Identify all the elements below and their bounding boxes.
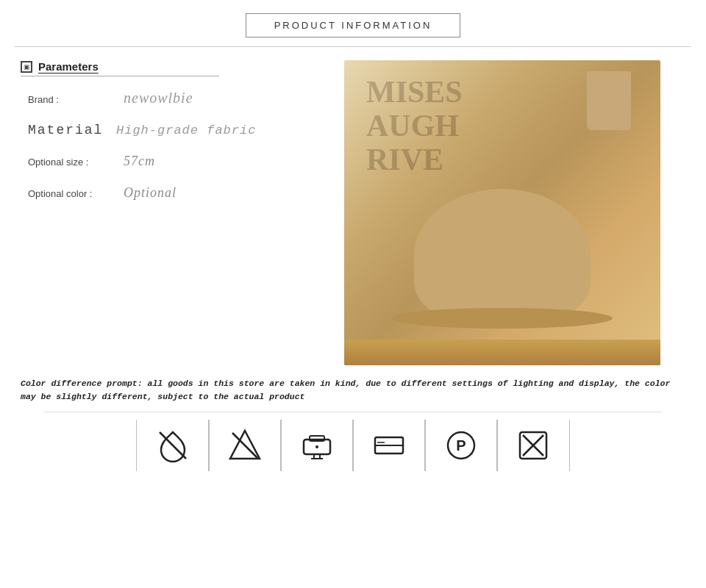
material-value: High-grade fabric <box>116 123 256 137</box>
care-no-tumble <box>496 420 570 471</box>
color-label: Optional color : <box>28 188 124 199</box>
size-row: Optional size : 57cm <box>21 154 329 169</box>
care-flat-dry <box>352 420 426 471</box>
right-panel: MISESAUGHRIVE <box>344 60 685 365</box>
color-row: Optional color : Optional <box>21 185 329 201</box>
size-label: Optional size : <box>28 157 124 168</box>
color-value: Optional <box>124 185 176 201</box>
hat-shape <box>414 189 591 321</box>
svg-point-8 <box>315 445 318 448</box>
header: PRODUCT INFORMATION <box>0 0 706 46</box>
hat-brim <box>392 308 613 329</box>
care-symbols-row: P <box>44 412 662 477</box>
bg-text: MISESAUGHRIVE <box>366 75 463 177</box>
parameters-label: Parameters <box>38 60 99 73</box>
parameters-icon: ▣ <box>21 61 32 73</box>
svg-text:P: P <box>456 437 466 453</box>
left-panel: ▣ Parameters Brand : newowlbie Material … <box>21 60 344 365</box>
pencil-cup <box>587 71 631 130</box>
color-note-text: Color difference prompt: all goods in th… <box>21 379 670 401</box>
no-wash-icon <box>154 426 192 465</box>
dry-clean-icon: P <box>442 426 480 465</box>
iron-icon <box>298 426 336 465</box>
brand-value: newowlbie <box>124 90 193 107</box>
hat-container <box>414 189 591 321</box>
care-no-wash <box>136 420 210 471</box>
flat-dry-icon <box>370 426 408 465</box>
brand-label: Brand : <box>28 94 124 105</box>
no-tumble-icon <box>514 426 552 465</box>
product-info-title: PRODUCT INFORMATION <box>246 13 461 37</box>
no-bleach-icon <box>226 426 264 465</box>
care-dry-clean: P <box>424 420 498 471</box>
care-no-bleach <box>208 420 282 471</box>
care-iron <box>280 420 354 471</box>
brand-row: Brand : newowlbie <box>21 90 329 107</box>
material-label: Material <box>28 123 116 137</box>
parameters-heading: ▣ Parameters <box>21 60 219 76</box>
color-note: Color difference prompt: all goods in th… <box>0 371 706 412</box>
svg-line-0 <box>160 432 186 459</box>
main-content: ▣ Parameters Brand : newowlbie Material … <box>0 47 706 371</box>
size-value: 57cm <box>124 154 155 169</box>
wood-floor <box>344 340 660 365</box>
product-image: MISESAUGHRIVE <box>344 60 660 365</box>
material-row: Material High-grade fabric <box>21 123 329 137</box>
